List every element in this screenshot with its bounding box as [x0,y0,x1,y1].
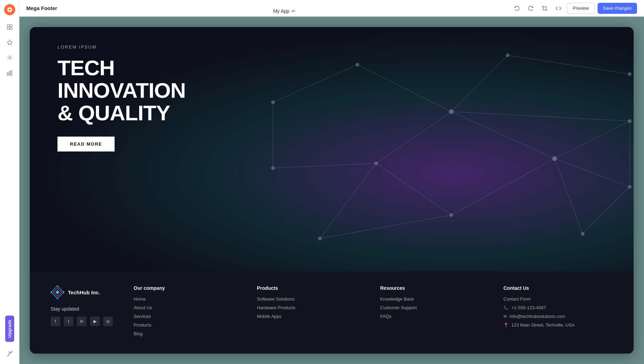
svg-marker-42 [55,290,60,294]
facebook-icon[interactable]: f [51,317,60,326]
footer-link-home[interactable]: Home [134,296,243,302]
footer-col-resources-title: Resources [380,285,490,291]
phone-icon: 📞 [503,305,509,310]
footer-col-contact: Contact Us Contact Form 📞 +1-555-123-456… [503,285,613,340]
hero-section: LOREM IPSUM TECH INNOVATION & QUALITY RE… [30,27,634,271]
footer-section: TechHub Inc. Stay updated f t in ▶ ◎ [30,271,634,354]
footer-col-products: Products Software Solutions Hardware Pro… [257,285,366,340]
topbar-actions: Preview Save changes [511,3,637,14]
svg-point-44 [63,292,64,293]
footer-phone: 📞 +1-555-123-4567 [503,305,613,310]
location-icon: 📍 [503,323,509,328]
svg-rect-2 [10,25,12,27]
youtube-icon[interactable]: ▶ [90,317,100,326]
footer-brand-name: TechHub Inc. [68,289,100,295]
svg-point-45 [57,298,58,299]
preview-button[interactable]: Preview [567,3,594,14]
footer-link-faqs[interactable]: FAQs [380,314,490,319]
footer-link-blog[interactable]: Blog [134,331,243,336]
content-area: LOREM IPSUM TECH INNOVATION & QUALITY RE… [19,17,644,364]
footer-col-our-company: Our company Home About Us Services Produ… [134,285,243,340]
svg-point-37 [318,237,322,241]
read-more-button[interactable]: READ MORE [57,137,115,151]
sidebar-grid-icon[interactable] [3,21,16,33]
footer-email-text: info@techhubsolutions.com [510,314,565,319]
linkedin-icon[interactable]: in [77,317,87,326]
save-button[interactable]: Save changes [598,3,637,14]
email-icon: ✉ [503,314,507,319]
redo-button[interactable] [525,3,536,14]
footer-link-software[interactable]: Software Solutions [257,296,366,302]
footer-logo-row: TechHub Inc. [51,285,120,299]
stay-updated-label: Stay updated [51,306,120,312]
svg-rect-4 [10,27,12,29]
edit-app-name-icon[interactable]: ✏ [292,8,296,14]
footer-link-knowledge-base[interactable]: Knowledge Base [380,296,490,302]
footer-link-products[interactable]: Products [134,322,243,328]
main-area: Mega Footer My App ✏ [19,0,644,364]
instagram-icon[interactable]: ◎ [103,317,113,326]
crop-button[interactable] [539,3,550,14]
svg-line-14 [555,159,583,234]
footer-address: 📍 123 Main Street, Techville, USA [503,322,613,328]
preview-card: LOREM IPSUM TECH INNOVATION & QUALITY RE… [30,27,634,354]
svg-point-34 [581,232,585,236]
svg-point-33 [628,185,632,189]
footer-link-about[interactable]: About Us [134,305,243,310]
footer-link-hardware[interactable]: Hardware Products [257,305,366,310]
svg-point-35 [449,213,453,217]
footer-link-services[interactable]: Services [134,314,243,319]
svg-rect-7 [9,71,10,75]
svg-point-46 [51,292,52,293]
footer-col-contact-title: Contact Us [503,285,613,291]
hero-subtitle: LOREM IPSUM [57,44,606,50]
svg-rect-1 [7,25,9,27]
footer-link-customer-support[interactable]: Customer Support [380,305,490,310]
code-button[interactable] [553,3,564,14]
svg-line-20 [376,163,451,215]
sidebar-chart-icon[interactable] [3,67,16,79]
footer-col-our-company-title: Our company [134,285,243,291]
sidebar-gear-icon[interactable] [3,51,16,64]
footer-address-text: 123 Main Street, Techville, USA [511,322,575,328]
hero-content: LOREM IPSUM TECH INNOVATION & QUALITY RE… [30,27,634,169]
topbar: Mega Footer My App ✏ [19,0,644,17]
footer-link-mobile-apps[interactable]: Mobile Apps [257,314,366,319]
svg-rect-3 [7,27,9,29]
hero-title: TECH INNOVATION & QUALITY [57,57,606,124]
sidebar-tool-icon[interactable] [3,347,16,360]
svg-line-19 [583,187,630,234]
footer-phone-text: +1-555-123-4567 [511,305,546,310]
undo-button[interactable] [511,3,522,14]
app-name-label: My App ✏ [273,8,296,14]
footer-inner: TechHub Inc. Stay updated f t in ▶ ◎ [51,285,613,340]
footer-link-contact-form[interactable]: Contact Form [503,296,613,302]
svg-line-23 [320,163,376,239]
app-logo[interactable] [4,4,15,15]
footer-logo-icon [51,285,64,299]
social-icons: f t in ▶ ◎ [51,317,120,326]
twitter-icon[interactable]: t [64,317,73,326]
svg-rect-8 [11,71,12,76]
footer-brand: TechHub Inc. Stay updated f t in ▶ ◎ [51,285,120,340]
svg-rect-6 [7,73,8,75]
app-title: Mega Footer [26,5,57,11]
svg-line-24 [320,215,451,239]
sidebar: Upgrade [0,0,19,364]
svg-point-43 [57,285,58,287]
footer-email: ✉ info@techhubsolutions.com [503,314,613,319]
upgrade-button[interactable]: Upgrade [5,315,14,342]
svg-point-5 [9,57,10,58]
footer-col-products-title: Products [257,285,366,291]
sidebar-pin-icon[interactable] [3,36,16,49]
footer-col-resources: Resources Knowledge Base Customer Suppor… [380,285,490,340]
